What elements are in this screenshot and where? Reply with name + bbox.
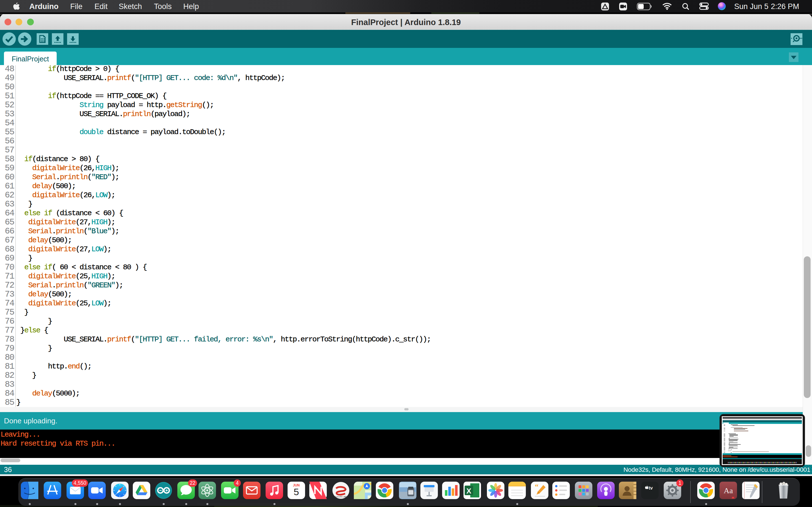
svg-text:Aa: Aa xyxy=(724,486,733,495)
svg-text:tv: tv xyxy=(649,486,653,490)
svg-text:X: X xyxy=(466,487,471,495)
svg-text:SILICON LABS: SILICON LABS xyxy=(334,496,348,498)
svg-text:“: “ xyxy=(535,483,539,491)
svg-text:5: 5 xyxy=(294,487,299,497)
